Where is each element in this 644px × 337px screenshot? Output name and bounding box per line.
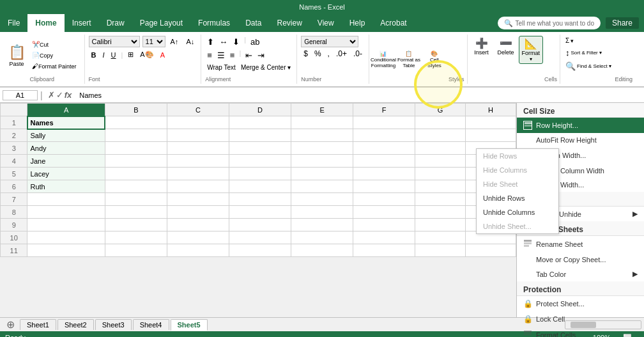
cell-B10[interactable]: [105, 231, 167, 244]
cell-E2[interactable]: [291, 129, 353, 142]
cell-G11[interactable]: [415, 244, 466, 257]
col-header-h[interactable]: H: [466, 104, 516, 116]
tab-file[interactable]: File: [0, 14, 27, 32]
cell-D5[interactable]: [229, 168, 291, 180]
fill-color-button[interactable]: A🎨: [137, 49, 156, 60]
percent-button[interactable]: %: [312, 49, 324, 59]
sheet-tab-sheet2[interactable]: Sheet2: [57, 319, 94, 330]
cut-button[interactable]: ✂️ Cut: [29, 40, 79, 49]
col-header-c[interactable]: C: [167, 104, 229, 116]
row-header-3[interactable]: 3: [1, 142, 27, 155]
cell-D9[interactable]: [229, 219, 291, 231]
cell-F6[interactable]: [353, 180, 415, 193]
cell-C4[interactable]: [167, 155, 229, 168]
sheet-tab-add-button[interactable]: ⊕: [3, 318, 19, 331]
cell-B6[interactable]: [105, 180, 167, 193]
cell-H2[interactable]: [466, 129, 516, 142]
conditional-formatting-button[interactable]: 📊 Conditional Formatting: [372, 40, 395, 79]
col-header-g[interactable]: G: [415, 104, 466, 116]
cell-B7[interactable]: [105, 193, 167, 206]
tab-acrobat[interactable]: Acrobat: [372, 14, 414, 32]
row-header-2[interactable]: 2: [1, 129, 27, 142]
increase-decimal-button[interactable]: .0+: [334, 49, 349, 59]
align-bottom-button[interactable]: ⬇: [231, 36, 241, 48]
currency-button[interactable]: $: [301, 49, 310, 59]
font-size-select[interactable]: 11: [142, 36, 165, 47]
cell-D1[interactable]: [229, 116, 291, 129]
cell-C2[interactable]: [167, 129, 229, 142]
cell-E1[interactable]: [291, 116, 353, 129]
cell-F1[interactable]: [353, 116, 415, 129]
cell-G2[interactable]: [415, 129, 466, 142]
col-header-d[interactable]: D: [229, 104, 291, 116]
move-copy-sheet-item[interactable]: Move or Copy Sheet...: [517, 253, 644, 267]
cell-C7[interactable]: [167, 193, 229, 206]
unhide-rows-ctx[interactable]: Unhide Rows: [477, 191, 558, 205]
tab-help[interactable]: Help: [342, 14, 373, 32]
cell-D4[interactable]: [229, 155, 291, 168]
bold-button[interactable]: B: [89, 50, 99, 60]
cell-F4[interactable]: [353, 155, 415, 168]
cell-B2[interactable]: [105, 129, 167, 142]
insert-function-icon[interactable]: fx: [65, 90, 72, 100]
align-left-button[interactable]: ≡: [205, 49, 214, 61]
cell-D3[interactable]: [229, 142, 291, 155]
cell-F3[interactable]: [353, 142, 415, 155]
decrease-decimal-button[interactable]: .0-: [351, 49, 365, 59]
unhide-columns-ctx[interactable]: Unhide Columns: [477, 205, 558, 219]
cell-D10[interactable]: [229, 231, 291, 244]
cell-G5[interactable]: [415, 168, 466, 180]
format-cells-item[interactable]: Format Cells...: [517, 327, 644, 337]
cell-E11[interactable]: [291, 244, 353, 257]
cell-F2[interactable]: [353, 129, 415, 142]
decrease-indent-button[interactable]: ⇤: [243, 49, 254, 61]
tab-view[interactable]: View: [310, 14, 342, 32]
cell-styles-button[interactable]: 🎨 Cell Styles: [423, 40, 446, 79]
sheet-tab-sheet4[interactable]: Sheet4: [133, 319, 169, 330]
tab-page-layout[interactable]: Page Layout: [132, 14, 190, 32]
row-header-8[interactable]: 8: [1, 206, 27, 219]
cell-B5[interactable]: [105, 168, 167, 180]
row-header-7[interactable]: 7: [1, 193, 27, 206]
cell-A9[interactable]: [27, 219, 105, 231]
tab-formulas[interactable]: Formulas: [190, 14, 238, 32]
row-header-9[interactable]: 9: [1, 219, 27, 231]
rename-sheet-item[interactable]: Rename Sheet: [517, 236, 644, 253]
cell-E5[interactable]: [291, 168, 353, 180]
text-direction-button[interactable]: ab: [249, 36, 261, 48]
cell-D11[interactable]: [229, 244, 291, 257]
col-header-b[interactable]: B: [105, 104, 167, 116]
cell-A1[interactable]: Names: [27, 116, 105, 129]
row-header-4[interactable]: 4: [1, 155, 27, 168]
cell-A7[interactable]: [27, 193, 105, 206]
autofit-row-height-item[interactable]: AutoFit Row Height: [517, 133, 644, 147]
font-color-button[interactable]: A: [158, 50, 167, 60]
row-header-10[interactable]: 10: [1, 231, 27, 244]
cell-G8[interactable]: [415, 206, 466, 219]
cell-G9[interactable]: [415, 219, 466, 231]
hide-columns-ctx[interactable]: Hide Columns: [477, 163, 558, 177]
decrease-font-button[interactable]: A↓: [183, 36, 197, 47]
row-header-5[interactable]: 5: [1, 168, 27, 180]
cell-C6[interactable]: [167, 180, 229, 193]
format-painter-button[interactable]: 🖌 Format Painter: [29, 61, 79, 71]
align-top-button[interactable]: ⬆: [205, 36, 216, 48]
cell-F11[interactable]: [353, 244, 415, 257]
font-name-select[interactable]: Calibri: [89, 36, 140, 47]
cell-G7[interactable]: [415, 193, 466, 206]
cell-C10[interactable]: [167, 231, 229, 244]
cell-G1[interactable]: [415, 116, 466, 129]
cell-A10[interactable]: [27, 231, 105, 244]
unhide-sheet-ctx[interactable]: Unhide Sheet...: [477, 219, 558, 233]
confirm-icon[interactable]: ✓: [56, 90, 63, 100]
sort-filter-button[interactable]: ↕ Sort & Filter ▾: [563, 47, 614, 59]
cell-C9[interactable]: [167, 219, 229, 231]
cell-F5[interactable]: [353, 168, 415, 180]
underline-button[interactable]: U: [109, 50, 119, 60]
lock-cell-item[interactable]: 🔒 Lock Cell: [517, 311, 644, 327]
cell-F10[interactable]: [353, 231, 415, 244]
increase-font-button[interactable]: A↑: [168, 36, 181, 47]
find-select-button[interactable]: 🔍 Find & Select ▾: [563, 60, 614, 72]
tab-draw[interactable]: Draw: [99, 14, 132, 32]
format-button[interactable]: 📐 Format ▾: [519, 36, 544, 64]
